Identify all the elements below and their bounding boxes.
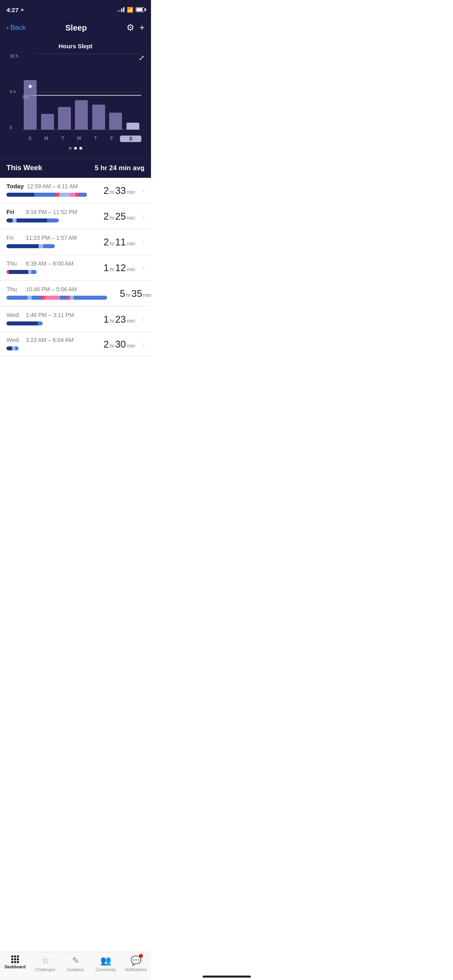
sleep-entry-thu-2[interactable]: Thu 10:46 PM – 5:06 AM 5 hr xyxy=(0,281,151,307)
sleep-entry-thu-2-left: Thu 10:46 PM – 5:06 AM xyxy=(6,286,107,301)
sleep-entry-wed-1-left: Wed 1:46 PM – 3:11 PM xyxy=(6,311,91,327)
dot-1[interactable] xyxy=(69,147,72,150)
sleep-time-fri-2: 11:23 PM – 1:57 AM xyxy=(26,235,77,241)
week-label: This Week xyxy=(6,164,42,172)
sleep-segments-wed-2 xyxy=(6,346,19,350)
bar-thursday xyxy=(90,105,107,130)
week-avg: 5 hr 24 min avg xyxy=(95,164,145,172)
signal-icon xyxy=(117,7,124,12)
gridline-18h xyxy=(34,54,141,54)
sleep-entry-fri-2[interactable]: Fri 11:23 PM – 1:57 AM 2 hr 11 min › xyxy=(0,229,151,255)
dur-min-thu-1: 12 xyxy=(115,262,126,274)
sleep-segments-fri-2 xyxy=(6,244,55,248)
y-label-0: 0 xyxy=(10,125,18,130)
goal-line xyxy=(22,95,141,96)
bar-tuesday-fill xyxy=(58,107,71,130)
x-label-sun: S xyxy=(22,136,38,142)
sleep-entry-thu-1-left: Thu 6:39 AM – 8:00 AM xyxy=(6,260,91,276)
sleep-entry-thu-1[interactable]: Thu 6:39 AM – 8:00 AM 1 hr 12 min › xyxy=(0,255,151,281)
star-badge: ★ xyxy=(27,82,33,90)
back-button[interactable]: ‹ Back xyxy=(6,24,26,32)
page-title: Sleep xyxy=(65,23,87,33)
sleep-entry-wed-1[interactable]: Wed 1:46 PM – 3:11 PM 1 hr 23 min › xyxy=(0,307,151,332)
dur-min-fri-1: 25 xyxy=(115,211,126,222)
sleep-entry-wed-2[interactable]: Wed 3:23 AM – 6:04 AM 2 hr 30 min › xyxy=(0,332,151,356)
dot-2[interactable] xyxy=(74,147,77,150)
dur-hr-thu-1: 1 xyxy=(103,262,109,274)
chart-bars: 8 h ★ xyxy=(22,54,141,130)
chevron-right-fri-2: › xyxy=(143,239,145,246)
dur-min-unit-fri-2: min xyxy=(127,241,135,247)
dur-hr-today: 2 xyxy=(103,185,109,196)
bar-monday-fill xyxy=(41,114,54,130)
x-label-fri: F xyxy=(104,136,120,142)
chart-area: 18 h 9 h 0 8 h ★ xyxy=(10,54,141,142)
y-label-9h: 9 h xyxy=(10,89,18,94)
dur-hr-unit-wed-2: hr xyxy=(110,343,114,349)
x-label-tue: T xyxy=(54,136,71,142)
sleep-time-today: 12:59 AM – 4:11 AM xyxy=(27,183,78,189)
y-axis-labels: 18 h 9 h 0 xyxy=(10,54,18,130)
x-label-thu: T xyxy=(87,136,104,142)
chart-container: ⤢ 18 h 9 h 0 8 h ★ xyxy=(6,54,145,142)
chart-title: Hours Slept xyxy=(6,43,145,49)
sleep-segments-fri-1 xyxy=(6,218,59,222)
sleep-duration-wed-2: 2 hr 30 min xyxy=(95,339,135,350)
battery-icon xyxy=(136,7,145,12)
sleep-time-thu-2: 10:46 PM – 5:06 AM xyxy=(26,286,77,292)
sleep-time-fri-1: 9:16 PM – 11:52 PM xyxy=(26,209,77,215)
navigation-icon: ➤ xyxy=(21,7,24,12)
chevron-right-wed-1: › xyxy=(143,316,145,323)
sleep-entry-today[interactable]: Today 12:59 AM – 4:11 AM 2 hr 33 min xyxy=(0,178,151,204)
settings-icon[interactable]: ⚙ xyxy=(126,23,134,33)
sleep-day-fri-1: Fri xyxy=(6,208,23,215)
sleep-entry-today-left: Today 12:59 AM – 4:11 AM xyxy=(6,183,91,198)
dur-min-unit-wed-1: min xyxy=(127,318,135,324)
sleep-entry-fri-2-left: Fri 11:23 PM – 1:57 AM xyxy=(6,234,91,250)
bar-friday xyxy=(107,113,124,130)
sleep-entry-fri-1[interactable]: Fri 9:16 PM – 11:52 PM 2 hr 25 min › xyxy=(0,204,151,229)
sleep-segments-wed-1 xyxy=(6,321,43,325)
chart-section: Hours Slept ⤢ 18 h 9 h 0 8 h ★ xyxy=(0,38,151,158)
dur-hr-unit-wed-1: hr xyxy=(110,318,114,324)
dur-hr-unit-fri-2: hr xyxy=(110,241,114,247)
chevron-right-thu-1: › xyxy=(143,264,145,272)
sleep-duration-thu-1: 1 hr 12 min xyxy=(95,262,135,274)
dot-3[interactable] xyxy=(79,147,82,150)
bar-thursday-fill xyxy=(92,105,105,130)
dur-hr-unit-thu-1: hr xyxy=(110,266,114,272)
header: ‹ Back Sleep ⚙ + xyxy=(0,18,151,38)
sleep-duration-today: 2 hr 33 min xyxy=(95,185,135,196)
back-label: Back xyxy=(10,24,26,32)
dur-min-unit-today: min xyxy=(127,189,135,195)
x-axis-labels: S M T W T F S xyxy=(22,136,141,142)
sleep-segments-today xyxy=(6,193,87,197)
add-icon[interactable]: + xyxy=(139,23,145,33)
chevron-right-today: › xyxy=(143,187,145,194)
back-chevron-icon: ‹ xyxy=(6,24,9,32)
sleep-segments-thu-1 xyxy=(6,270,37,274)
bar-monday xyxy=(39,114,56,130)
bar-tuesday xyxy=(56,107,73,130)
dur-min-unit-fri-1: min xyxy=(127,215,135,221)
dur-min-wed-1: 23 xyxy=(115,314,126,325)
sleep-entry-fri-1-left: Fri 9:16 PM – 11:52 PM xyxy=(6,208,91,224)
bar-saturday-fill xyxy=(126,123,139,130)
header-actions: ⚙ + xyxy=(126,23,145,33)
pagination-dots xyxy=(6,147,145,150)
dur-min-thu-2: 35 xyxy=(131,288,142,299)
bar-wednesday-fill xyxy=(75,100,88,130)
status-icons: 📶 xyxy=(117,7,145,13)
sleep-time-wed-1: 1:46 PM – 3:11 PM xyxy=(26,312,74,318)
sleep-list: Today 12:59 AM – 4:11 AM 2 hr 33 min xyxy=(0,178,151,397)
bar-sunday-fill: ★ xyxy=(24,80,37,130)
dur-hr-wed-2: 2 xyxy=(103,339,109,350)
dur-hr-unit-fri-1: hr xyxy=(110,215,114,221)
y-label-18h: 18 h xyxy=(10,54,18,58)
sleep-day-fri-2: Fri xyxy=(6,234,23,241)
sleep-time-wed-2: 3:23 AM – 6:04 AM xyxy=(26,337,73,343)
sleep-duration-fri-2: 2 hr 11 min xyxy=(95,237,135,248)
dur-min-unit-thu-1: min xyxy=(127,266,135,272)
dur-hr-unit-thu-2: hr xyxy=(126,292,131,298)
x-label-wed: W xyxy=(71,136,87,142)
